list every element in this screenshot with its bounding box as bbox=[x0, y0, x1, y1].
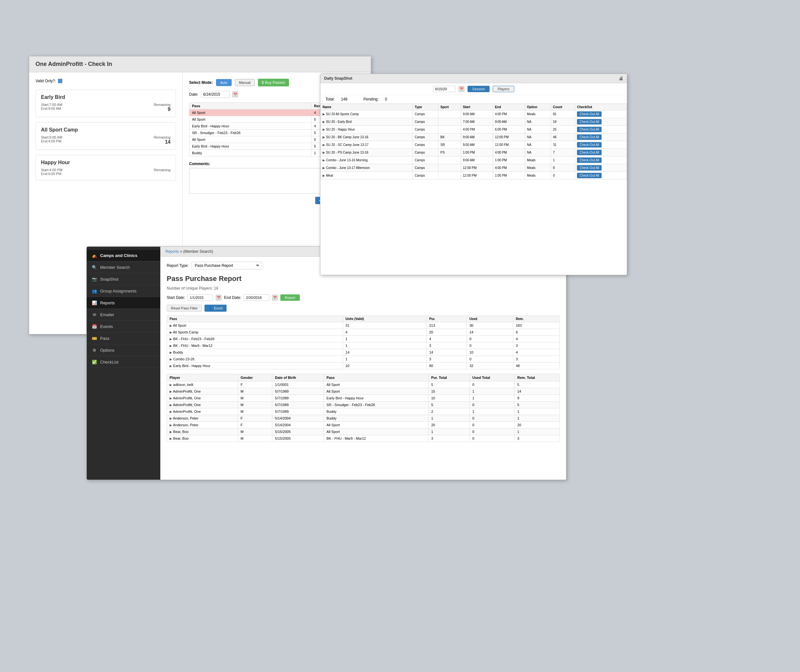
breadcrumb-reports-link[interactable]: Reports bbox=[165, 249, 179, 254]
mode-manual-btn[interactable]: Manual bbox=[235, 79, 255, 86]
sidebar-item-emailer[interactable]: ✉Emailer bbox=[87, 309, 160, 321]
sidebar-item-pass[interactable]: 🎫Pass bbox=[87, 333, 160, 344]
snapshot-session-tab[interactable]: Session bbox=[467, 86, 490, 92]
reset-pass-filter-btn[interactable]: Reset Pass Filter bbox=[167, 305, 202, 312]
sidebar-label-group-assignments: Group Assignments bbox=[100, 289, 136, 293]
sidebar-header-icon: ⛺ bbox=[92, 253, 97, 258]
checkout-btn[interactable]: Check-Out All bbox=[577, 127, 602, 132]
sidebar-item-member-search[interactable]: 🔍Member Search bbox=[87, 261, 160, 273]
pass-sum-pur: 4 bbox=[427, 336, 467, 342]
sidebar-item-group-assignments[interactable]: 👥Group Assignments bbox=[87, 285, 160, 297]
start-date-calendar-icon[interactable]: 📅 bbox=[216, 295, 221, 301]
sidebar-item-checklist[interactable]: ✅CheckList bbox=[87, 356, 160, 368]
player-rem-total: 1 bbox=[515, 429, 560, 435]
checkout-btn[interactable]: Check-Out All bbox=[577, 165, 602, 171]
snapshot-row-checkout[interactable]: Check-Out All bbox=[575, 141, 627, 149]
sidebar-item-options[interactable]: ⚙Options bbox=[87, 344, 160, 356]
session-card-all-sport-camp: All Sport Camp Start:9:00 AM End:4:00 PM… bbox=[35, 122, 176, 150]
player-dob: 1/1/0001 bbox=[272, 381, 324, 388]
sidebar-item-snapshot[interactable]: 📷SnapShot bbox=[87, 273, 160, 285]
snapshot-row-start: 1:00 PM bbox=[461, 149, 493, 157]
snapshot-row-type: Camps bbox=[413, 149, 438, 157]
snapshot-calendar-icon[interactable]: 📅 bbox=[459, 86, 464, 92]
snapshot-row-checkout[interactable]: Check-Out All bbox=[575, 126, 627, 133]
report-type-label: Report Type: bbox=[167, 263, 189, 268]
pass-sum-expand[interactable]: ▶ Combo 23-26 bbox=[167, 356, 343, 363]
snapshot-row: ▶ SU 20 All Sports Camp Camps 9:00 AM 4:… bbox=[321, 110, 627, 118]
snapshot-row-option: NA bbox=[525, 149, 551, 157]
snapshot-row-checkout[interactable]: Check-Out All bbox=[575, 118, 627, 126]
buy-passes-btn[interactable]: $ Buy Passes bbox=[258, 79, 289, 86]
pass-sum-expand[interactable]: ▶ Buddy bbox=[167, 349, 343, 356]
player-used-total: 0 bbox=[470, 402, 515, 408]
pass-sum-expand[interactable]: ▶ Early Bird - Happy Hour bbox=[167, 363, 343, 369]
excel-export-btn[interactable]: 👤 Excel bbox=[205, 305, 227, 312]
player-dob: 5/7/1989 bbox=[272, 395, 324, 402]
player-row: ▶ AdminProfitt, One M 5/7/1989 Early Bir… bbox=[167, 395, 560, 402]
snapshot-row-type: Camps bbox=[413, 164, 438, 172]
snapshot-col-header: CheckOut bbox=[575, 104, 627, 110]
player-col-header: Pur. Total bbox=[429, 374, 470, 381]
player-rem-total: 9 bbox=[515, 395, 560, 402]
unique-players-num: 19 bbox=[214, 286, 218, 291]
checkout-btn[interactable]: Check-Out All bbox=[577, 142, 602, 147]
calendar-icon[interactable]: 📅 bbox=[232, 91, 238, 97]
checkout-btn[interactable]: Check-Out All bbox=[577, 134, 602, 140]
player-col-header: Player bbox=[167, 374, 238, 381]
snapshot-title: Daily SnapShot bbox=[324, 76, 352, 81]
player-gender: F bbox=[238, 422, 272, 429]
player-pass: Early Bird - Happy Hour bbox=[324, 395, 429, 402]
report-type-select[interactable]: Pass Purchase Report bbox=[192, 262, 262, 269]
start-date-label: Start Date: bbox=[167, 295, 185, 300]
pass-sum-expand[interactable]: ▶ All Sport bbox=[167, 322, 343, 329]
pass-summary-col-header: Pur. bbox=[427, 316, 467, 322]
snapshot-row-type: Camps bbox=[413, 157, 438, 164]
snapshot-col-header: Start bbox=[461, 104, 493, 110]
pass-sum-expand[interactable]: ▶ BK - FHU - Feb23 - Feb26 bbox=[167, 336, 343, 342]
snapshot-row-name: ▶ SU 20 - BK Camp June 13-16 bbox=[321, 133, 413, 141]
player-gender: F bbox=[238, 381, 272, 388]
player-used-total: 0 bbox=[470, 381, 515, 388]
checkout-btn[interactable]: Check-Out All bbox=[577, 111, 602, 117]
snapshot-date-input[interactable] bbox=[433, 86, 455, 92]
pass-sum-used: 14 bbox=[467, 329, 513, 336]
checkout-btn[interactable]: Check-Out All bbox=[577, 119, 602, 125]
pass-sum-expand[interactable]: ▶ All Sports Camp bbox=[167, 329, 343, 336]
pass-sum-expand[interactable]: ▶ BK - FHU - Mar9 - Mar12 bbox=[167, 342, 343, 349]
print-icon[interactable]: 🖨 bbox=[619, 76, 623, 81]
snapshot-row-checkout[interactable]: Check-Out All bbox=[575, 110, 627, 118]
date-input[interactable] bbox=[201, 91, 230, 98]
end-date-input[interactable] bbox=[244, 294, 269, 301]
snapshot-row-end: 6:00 PM bbox=[493, 126, 525, 133]
valid-only-checkbox[interactable] bbox=[58, 79, 62, 83]
snapshot-row-checkout[interactable]: Check-Out All bbox=[575, 164, 627, 172]
player-used-total: 0 bbox=[470, 429, 515, 435]
report-run-btn[interactable]: Report bbox=[280, 294, 300, 301]
snapshot-row-end: 1:00 PM bbox=[493, 157, 525, 164]
sidebar-item-events[interactable]: 📅Events bbox=[87, 321, 160, 333]
snapshot-row-type: Camps bbox=[413, 126, 438, 133]
session-end-1: End:4:00 PM bbox=[41, 139, 62, 143]
emailer-icon: ✉ bbox=[92, 312, 97, 317]
snapshot-row-checkout[interactable]: Check-Out All bbox=[575, 172, 627, 179]
pass-name: Buddy bbox=[189, 150, 311, 157]
snapshot-players-tab[interactable]: Players bbox=[493, 86, 514, 92]
snapshot-row-checkout[interactable]: Check-Out All bbox=[575, 149, 627, 157]
end-date-calendar-icon[interactable]: 📅 bbox=[272, 295, 278, 301]
snapshot-total-num: 148 bbox=[341, 97, 347, 101]
mode-auto-btn[interactable]: Auto bbox=[216, 79, 232, 86]
pass-sum-units: 31 bbox=[343, 322, 427, 329]
checkout-btn[interactable]: Check-Out All bbox=[577, 150, 602, 155]
snapshot-row-end: 12:00 PM bbox=[493, 133, 525, 141]
pass-sum-rem: 3 bbox=[513, 356, 559, 363]
snapshot-row-name: ▶ Combo - June 13-16 Morning bbox=[321, 157, 413, 164]
checkout-btn[interactable]: Check-Out All bbox=[577, 173, 602, 178]
player-rem-total: 14 bbox=[515, 388, 560, 395]
snapshot-row-checkout[interactable]: Check-Out All bbox=[575, 133, 627, 141]
sidebar-item-reports[interactable]: 📊Reports bbox=[87, 297, 160, 309]
snapshot-table: NameTypeSportStartEndOptionCountCheckOut… bbox=[320, 104, 627, 179]
player-pur-total: 1 bbox=[429, 415, 470, 422]
snapshot-row-checkout[interactable]: Check-Out All bbox=[575, 157, 627, 164]
start-date-input[interactable] bbox=[187, 294, 213, 301]
checkout-btn[interactable]: Check-Out All bbox=[577, 157, 602, 163]
